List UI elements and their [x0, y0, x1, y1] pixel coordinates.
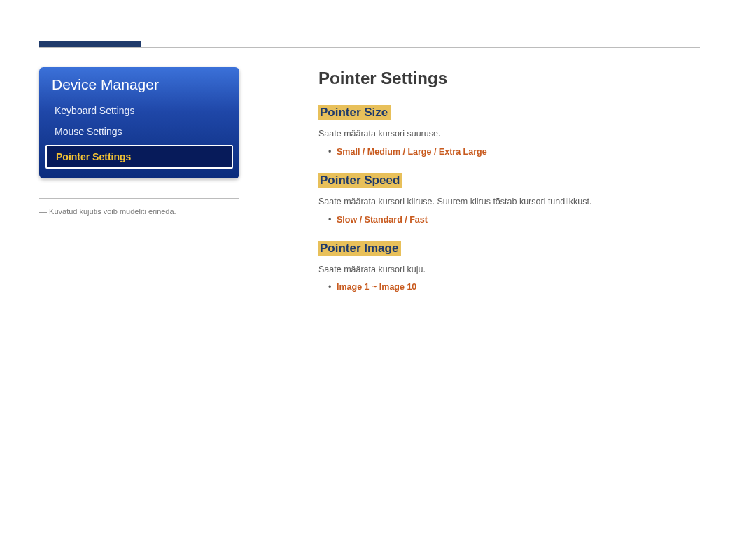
- section-desc: Saate määrata kursori kuju.: [318, 263, 696, 276]
- section-title: Pointer Size: [318, 105, 391, 120]
- section-desc: Saate määrata kursori suuruse.: [318, 127, 696, 141]
- section-pointer-speed: Pointer Speed Saate määrata kursori kiir…: [318, 173, 696, 227]
- left-column: Device Manager Keyboard Settings Mouse S…: [39, 67, 239, 216]
- panel-title: Device Manager: [39, 67, 239, 100]
- section-options: Small / Medium / Large / Extra Large: [318, 145, 696, 159]
- footnote-divider: [39, 198, 239, 199]
- section-pointer-image: Pointer Image Saate määrata kursori kuju…: [318, 241, 696, 295]
- tab-marker: [39, 41, 141, 47]
- footnote-text: Kuvatud kujutis võib mudeliti erineda.: [39, 207, 239, 216]
- content-column: Pointer Settings Pointer Size Saate määr…: [318, 69, 696, 308]
- device-manager-panel: Device Manager Keyboard Settings Mouse S…: [39, 67, 239, 178]
- section-desc: Saate määrata kursori kiiruse. Suurem ki…: [318, 195, 696, 209]
- section-title: Pointer Speed: [318, 173, 402, 188]
- sidebar-item-mouse-settings[interactable]: Mouse Settings: [39, 121, 239, 142]
- section-pointer-size: Pointer Size Saate määrata kursori suuru…: [318, 105, 696, 159]
- section-options: Image 1 ~ Image 10: [318, 280, 696, 294]
- sidebar-item-keyboard-settings[interactable]: Keyboard Settings: [39, 100, 239, 121]
- section-options: Slow / Standard / Fast: [318, 213, 696, 227]
- sidebar-item-pointer-settings[interactable]: Pointer Settings: [46, 145, 233, 169]
- section-title: Pointer Image: [318, 241, 401, 256]
- top-divider: [39, 47, 700, 48]
- page-title: Pointer Settings: [318, 69, 696, 88]
